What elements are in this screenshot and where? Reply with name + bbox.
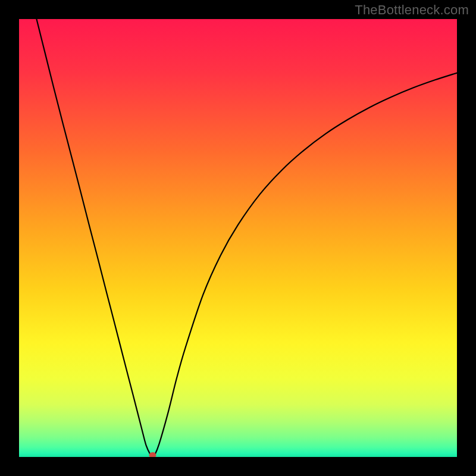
watermark-text: TheBottleneck.com: [355, 2, 469, 18]
chart-frame: TheBottleneck.com: [0, 0, 476, 476]
plot-area: [19, 19, 457, 457]
chart-svg: [19, 19, 457, 457]
gradient-background: [19, 19, 457, 457]
